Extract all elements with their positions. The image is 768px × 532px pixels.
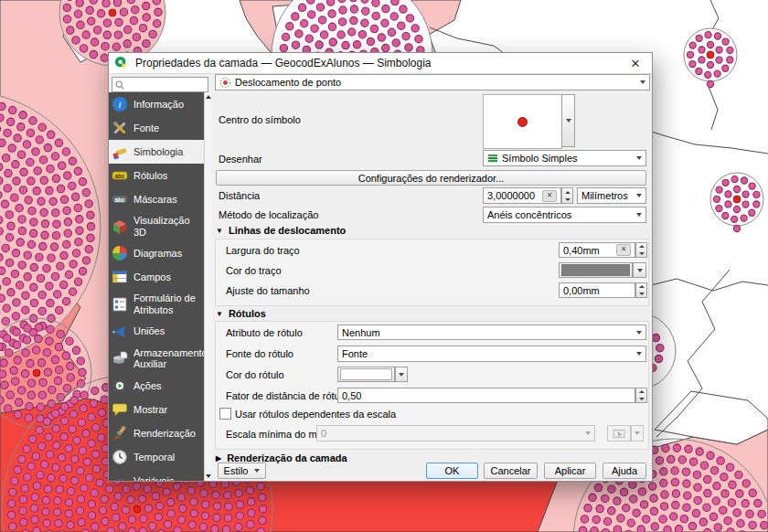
chevron-down-icon: [636, 213, 642, 217]
clear-icon[interactable]: ✕: [542, 190, 557, 202]
sidebar-item-mascaras[interactable]: abc Máscaras: [109, 187, 204, 211]
largura-value: 0,40mm: [563, 245, 600, 256]
fator-input[interactable]: 0,50: [337, 388, 635, 403]
fator-stepper[interactable]: [635, 388, 647, 403]
cor-traco-swatch: [561, 264, 630, 276]
ajuste-input[interactable]: 0,00mm: [559, 282, 635, 298]
scroll-up-icon[interactable]: [206, 95, 211, 99]
distancia-unit-value: Milímetros: [581, 190, 628, 201]
distancia-unit-select[interactable]: Milímetros: [577, 187, 646, 204]
largura-input[interactable]: 0,40mm ✕: [559, 242, 635, 258]
section-expanded-icon: ▼: [216, 227, 223, 235]
help-button[interactable]: Ajuda: [603, 463, 646, 479]
sidebar-item-unioes[interactable]: Uniões: [109, 320, 204, 344]
ajuste-stepper[interactable]: [635, 282, 647, 298]
metodo-select[interactable]: Anéis concêntricos: [483, 207, 646, 223]
sidebar-item-label: Armazenamento Auxiliar: [133, 347, 204, 370]
apply-button[interactable]: Aplicar: [544, 463, 596, 479]
center-symbol-dropdown-button[interactable]: [561, 94, 575, 147]
clear-icon[interactable]: ✕: [616, 244, 631, 256]
sidebar-item-label: Renderização: [133, 428, 196, 440]
sidebar: i Informação Fonte Simbologia abc Rótulo…: [109, 92, 204, 481]
largura-stepper[interactable]: [635, 242, 647, 258]
sidebar-item-label: Variáveis: [133, 475, 174, 481]
renderer-settings-button[interactable]: Configurações do renderizador...: [216, 170, 646, 186]
escala-minima-select[interactable]: 0: [316, 425, 595, 442]
chevron-down-icon: [636, 156, 642, 160]
sidebar-item-armazenamento-auxiliar[interactable]: Armazenamento Auxiliar: [109, 344, 204, 374]
svg-text:ε: ε: [117, 474, 123, 481]
set-to-canvas-scale-button[interactable]: [607, 425, 631, 442]
chevron-down-icon: [254, 469, 260, 473]
sidebar-item-rotulos[interactable]: abc Rótulos: [109, 164, 204, 187]
cancel-label: Cancelar: [490, 465, 530, 476]
atributo-value: Nenhum: [342, 327, 380, 338]
ok-button[interactable]: OK: [426, 463, 478, 479]
red-marker-dot: [517, 117, 528, 127]
sidebar-item-label: Uniões: [133, 325, 165, 337]
distancia-input[interactable]: 3,0000000 ✕: [483, 187, 561, 204]
section-linhas-label: Linhas de deslocamento: [229, 225, 346, 236]
cancel-button[interactable]: Cancelar: [484, 463, 538, 479]
largura-label: Largura do traço: [226, 245, 300, 256]
cor-rotulo-label: Cor do rótulo: [226, 369, 284, 380]
sidebar-item-mostrar[interactable]: Mostrar: [109, 398, 204, 421]
cor-traco-dropdown-button[interactable]: [633, 262, 646, 278]
metodo-value: Anéis concêntricos: [487, 209, 571, 220]
renderer-settings-label: Configurações do renderizador...: [358, 173, 505, 184]
renderer-type-select[interactable]: Deslocamento de ponto: [215, 74, 650, 90]
sidebar-item-formulario-de-atributos[interactable]: Formulário de Atributos: [109, 289, 204, 319]
sidebar-item-informacao[interactable]: i Informação: [109, 92, 204, 116]
pie-chart-icon: [112, 245, 128, 261]
scale-dropdown-button[interactable]: [631, 425, 644, 442]
usar-escala-checkbox[interactable]: [219, 408, 231, 420]
sidebar-item-campos[interactable]: Campos: [109, 265, 204, 289]
info-icon: i: [112, 96, 128, 112]
sidebar-search[interactable]: [112, 77, 208, 92]
sidebar-item-simbologia[interactable]: Simbologia: [109, 140, 204, 164]
chevron-down-icon: [637, 269, 643, 272]
metodo-label: Método de localização: [219, 209, 318, 220]
chevron-down-icon: [566, 119, 571, 122]
layer-properties-dialog: Propriedades da camada — GeocodExAlunos …: [108, 52, 653, 482]
center-symbol-preview[interactable]: [483, 94, 562, 149]
section-linhas-deslocamento[interactable]: ▼ Linhas de deslocamento: [216, 225, 346, 236]
cor-rotulo-dropdown-button[interactable]: [395, 367, 408, 382]
sidebar-item-label: Temporal: [133, 452, 175, 463]
distancia-stepper[interactable]: [561, 187, 573, 204]
fonte-rotulo-select[interactable]: Fonte: [337, 346, 646, 362]
search-input[interactable]: [127, 79, 204, 90]
cor-rotulo-color-button[interactable]: [337, 367, 395, 382]
sidebar-item-acoes[interactable]: Ações: [109, 374, 204, 398]
atributo-select[interactable]: Nenhum: [337, 325, 646, 340]
sidebar-item-label: Máscaras: [133, 194, 177, 206]
sidebar-item-label: Rótulos: [133, 170, 167, 182]
cor-traco-label: Cor do traço: [226, 265, 282, 276]
sidebar-item-label: Simbologia: [133, 146, 183, 158]
epsilon-icon: ε: [112, 473, 128, 481]
sidebar-item-renderizacao[interactable]: Renderização: [109, 421, 204, 445]
chevron-down-icon: [636, 194, 642, 197]
svg-text:abc: abc: [114, 197, 125, 203]
database-icon: [112, 350, 128, 367]
sidebar-item-variaveis[interactable]: ε Variáveis: [109, 469, 204, 481]
sidebar-item-fonte[interactable]: Fonte: [109, 116, 204, 140]
sidebar-item-visualizacao-3d[interactable]: Visualização 3D: [109, 211, 204, 241]
help-label: Ajuda: [612, 465, 637, 476]
chevron-down-icon: [640, 80, 645, 84]
sidebar-scrollbar[interactable]: [204, 92, 212, 481]
close-icon[interactable]: ✕: [624, 53, 647, 73]
desenhar-value: Símbolo Simples: [502, 153, 578, 164]
section-rotulos[interactable]: ▼ Rótulos: [216, 308, 266, 319]
sidebar-item-temporal[interactable]: Temporal: [109, 445, 204, 469]
ok-label: OK: [445, 465, 460, 476]
sidebar-item-diagramas[interactable]: Diagramas: [109, 241, 204, 265]
cor-traco-color-button[interactable]: [559, 262, 633, 278]
fonte-rotulo-label: Fonte do rótulo: [226, 348, 293, 359]
scroll-down-icon[interactable]: [206, 474, 211, 478]
desenhar-select[interactable]: Símbolo Simples: [483, 150, 646, 166]
chevron-down-icon: [636, 352, 642, 356]
estilo-button[interactable]: Estilo: [218, 463, 266, 479]
form-icon: [112, 296, 128, 313]
escala-value: 0: [321, 428, 326, 439]
